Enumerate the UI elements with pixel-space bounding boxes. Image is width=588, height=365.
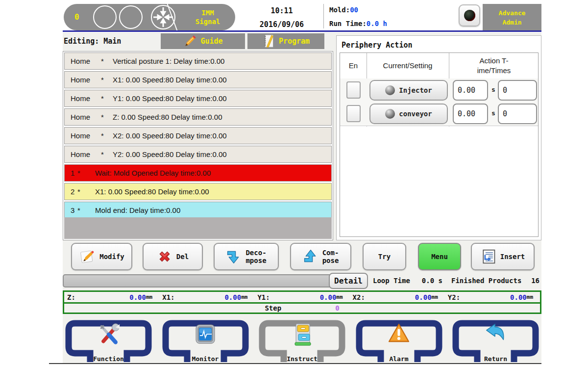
try-button[interactable]: Try <box>363 243 406 270</box>
program-row[interactable]: Home*Y2: 0.00 Speed:80 Delay time:0.00 <box>64 146 332 163</box>
tools-icon <box>97 322 121 346</box>
led-icon <box>385 109 395 119</box>
time-value: 10:11 <box>235 6 328 15</box>
loop-time-label: Loop Time <box>373 277 410 285</box>
decompose-button[interactable]: Deco-mpose <box>214 243 279 270</box>
signal-lamp-icon <box>119 5 143 29</box>
finished-products-value: 16 <box>531 277 539 285</box>
menu-button[interactable]: Menu <box>418 243 461 270</box>
seconds-unit-label: s <box>491 86 495 93</box>
bottom-nav: Function Monitor <box>63 317 541 363</box>
bottom-separator <box>49 363 541 364</box>
indicator-lamp-icon <box>464 10 475 21</box>
imm-signal-panel: 0 IMM Signal <box>64 4 235 30</box>
step-row: Step 0 <box>64 304 540 313</box>
clock: 10:11 2016/09/06 <box>235 4 328 30</box>
periphery-row: conveyor s <box>340 102 538 126</box>
axis-x1: X1:0.00mm <box>159 293 254 301</box>
header-separator <box>63 30 541 32</box>
arrow-turn-down-icon <box>226 249 242 264</box>
led-icon <box>385 85 395 95</box>
axis-values-row: Z:0.00mm X1:0.00mm Y1:0.00mm X2:0.00mm Y… <box>64 292 540 304</box>
nav-instruct-label: Instruct <box>256 355 348 363</box>
program-row[interactable]: Home*X2: 0.00 Speed:80 Delay time:0.00 <box>64 127 332 144</box>
program-row[interactable]: 3*Mold end: Delay time:0.00 <box>64 202 332 219</box>
loop-status: Loop Time 0.0 s Finished Products 16 <box>373 277 539 285</box>
nav-function-label: Function <box>63 355 154 363</box>
step-label: Step <box>265 304 281 312</box>
signal-counter: 0 <box>74 12 79 22</box>
action-time-input[interactable] <box>453 104 488 124</box>
injector-button[interactable]: Injector <box>369 80 448 101</box>
file-cabinet-icon <box>292 322 313 347</box>
program-row[interactable]: Home*Y1: 0.00 Speed:80 Delay time:0.00 <box>64 90 332 107</box>
program-step-list: Home*Vertical posture 1: Delay time:0.00… <box>63 51 333 240</box>
nav-function-button[interactable]: Function <box>63 317 154 363</box>
periphery-row: Injector s <box>340 78 538 102</box>
alarm-warning-icon <box>388 322 410 344</box>
nav-return-label: Return <box>450 355 541 363</box>
enable-checkbox[interactable] <box>346 105 361 122</box>
program-row-active[interactable]: 1*Wait: Mold Opened Delay time:0.00 <box>64 164 332 182</box>
action-times-input[interactable] <box>498 104 537 124</box>
mold-value: 00 <box>350 6 358 14</box>
periphery-title: Periphery Action <box>342 41 413 50</box>
axis-position-panel: Z:0.00mm X1:0.00mm Y1:0.00mm X2:0.00mm Y… <box>63 290 541 314</box>
modify-button[interactable]: Modify <box>71 243 132 270</box>
user-level-badge[interactable]: Advance Admin <box>483 4 541 30</box>
insert-button[interactable]: Insert <box>471 243 535 270</box>
indicator-button[interactable] <box>459 4 480 26</box>
tab-program[interactable]: Program <box>247 33 324 49</box>
periphery-action-panel: Periphery Action En Current/Setting Acti… <box>336 35 541 240</box>
loop-time-value: 0.0 s <box>422 277 442 285</box>
nav-alarm-button[interactable]: Alarm <box>353 317 445 363</box>
nav-monitor-button[interactable]: Monitor <box>160 317 251 363</box>
action-time-input[interactable] <box>453 80 488 101</box>
enable-checkbox[interactable] <box>346 81 361 99</box>
delete-button[interactable]: Del <box>143 243 203 270</box>
hmi-screen: 0 IMM Signal 10:11 2016/09/06 <box>0 0 588 365</box>
step-value: 0 <box>335 304 339 312</box>
list-filler <box>64 217 332 239</box>
topbar-divider <box>323 4 324 28</box>
detail-button[interactable]: Detail <box>329 273 368 289</box>
axis-y1: Y1:0.00mm <box>254 293 349 301</box>
program-notes-icon <box>262 34 275 49</box>
program-row[interactable]: Home*Vertical posture 1: Delay time:0.00 <box>64 52 332 70</box>
axis-x2: X2:0.00mm <box>350 293 445 301</box>
program-row[interactable]: 2*X1: 0.00 Speed:80 Delay time:0.00 <box>64 183 332 200</box>
nav-monitor-label: Monitor <box>160 355 251 363</box>
return-arrow-icon <box>485 322 507 343</box>
tab-guide[interactable]: Guide <box>161 33 245 49</box>
action-times-input[interactable] <box>498 80 537 101</box>
column-header-current-setting: Current/Setting <box>367 53 449 78</box>
finished-products-label: Finished Products <box>451 277 521 285</box>
runtime-label: Run Time: <box>329 20 367 27</box>
modify-note-icon <box>79 248 96 265</box>
periphery-table: En Current/Setting Action T-ime/Times In… <box>340 52 539 237</box>
program-row[interactable]: Home*X1: 0.00 Speed:80 Delay time:0.00 <box>64 71 332 88</box>
column-header-en: En <box>340 53 367 78</box>
nav-return-button[interactable]: Return <box>450 317 541 363</box>
monitor-icon <box>194 322 217 346</box>
program-row[interactable]: Home*Z: 0.00 Speed:80 Delay time:0.00 <box>64 108 332 126</box>
imm-signal-label: IMM Signal <box>184 8 232 26</box>
compose-button[interactable]: Com-pose <box>290 243 351 270</box>
pencil-icon <box>183 34 196 48</box>
grid-line <box>340 126 538 126</box>
arrow-turn-up-icon <box>303 249 318 264</box>
tab-guide-label: Guide <box>200 37 222 46</box>
top-bar: 0 IMM Signal 10:11 2016/09/06 <box>63 0 541 30</box>
runtime-value: 0.0 h <box>367 20 387 27</box>
nav-alarm-label: Alarm <box>353 355 445 363</box>
date-value: 2016/09/06 <box>235 20 328 29</box>
motion-disabled-icon <box>150 3 178 32</box>
tab-program-label: Program <box>279 37 310 46</box>
nav-instruct-button[interactable]: Instruct <box>256 317 348 363</box>
editing-label: Editing: Main <box>64 37 121 46</box>
column-header-action-time: Action T-ime/Times <box>449 53 539 78</box>
conveyor-button[interactable]: conveyor <box>369 104 448 124</box>
red-x-icon <box>157 249 172 264</box>
seconds-unit-label: s <box>491 109 495 117</box>
mold-label: Mold: <box>329 6 350 14</box>
